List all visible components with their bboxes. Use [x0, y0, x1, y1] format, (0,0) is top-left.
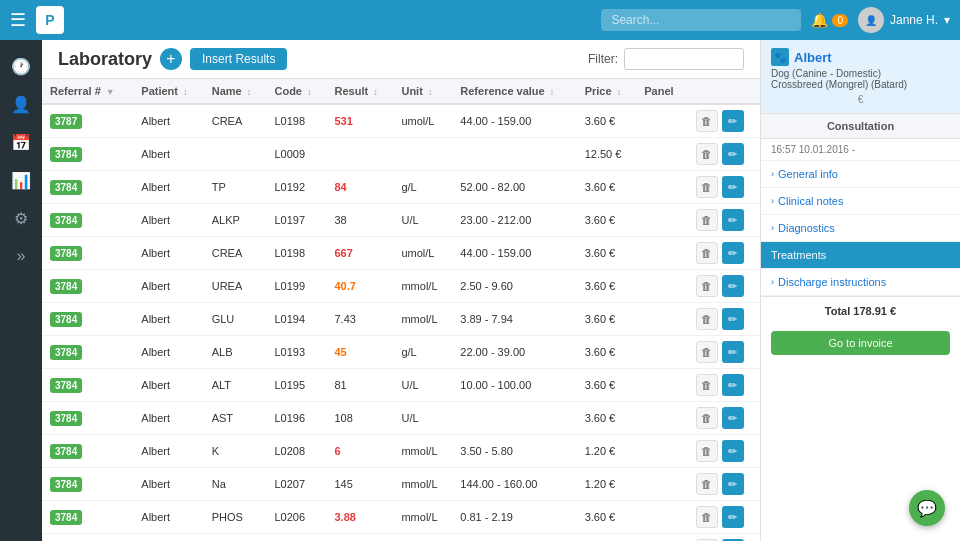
sidebar-item-more[interactable]: »	[5, 240, 37, 272]
col-unit: Unit ↕	[393, 79, 452, 104]
cell-actions: 🗑 ✏	[688, 468, 760, 501]
nav-general-info[interactable]: › General info	[761, 161, 960, 188]
consultation-time: 16:57 10.01.2016 -	[761, 139, 960, 161]
cell-name: CREA	[204, 104, 267, 138]
cell-patient: Albert	[133, 204, 203, 237]
cell-price: 3.60 €	[577, 237, 637, 270]
delete-button[interactable]: 🗑	[696, 143, 718, 165]
edit-button[interactable]: ✏	[722, 473, 744, 495]
edit-button[interactable]: ✏	[722, 506, 744, 528]
cell-actions: 🗑 ✏	[688, 336, 760, 369]
patient-header: 🐾 Albert Dog (Canine - Domestic) Crossbr…	[761, 40, 960, 114]
cell-patient: Albert	[133, 270, 203, 303]
sidebar-item-person[interactable]: 👤	[5, 88, 37, 120]
cell-price: 3.60 €	[577, 204, 637, 237]
sidebar-item-settings[interactable]: ⚙	[5, 202, 37, 234]
delete-button[interactable]: 🗑	[696, 308, 718, 330]
cell-ref: 3784	[42, 171, 133, 204]
cell-patient: Albert	[133, 303, 203, 336]
table-row: 3784 Albert ALT L0195 81 U/L 10.00 - 100…	[42, 369, 760, 402]
table-container: Referral # ▼ Patient ↕ Name ↕ Code ↕ Res…	[42, 79, 760, 541]
cell-name: ALB	[204, 336, 267, 369]
edit-button[interactable]: ✏	[722, 308, 744, 330]
cell-panel	[636, 171, 687, 204]
delete-button[interactable]: 🗑	[696, 209, 718, 231]
cell-panel	[636, 204, 687, 237]
cell-price: 3.60 €	[577, 270, 637, 303]
delete-button[interactable]: 🗑	[696, 374, 718, 396]
edit-button[interactable]: ✏	[722, 176, 744, 198]
cell-unit: mmol/L	[393, 501, 452, 534]
cell-ref: 3784	[42, 270, 133, 303]
nav-clinical-notes[interactable]: › Clinical notes	[761, 188, 960, 215]
search-input[interactable]	[601, 9, 801, 31]
cell-refvalue: 2.50 - 9.60	[452, 270, 576, 303]
cell-refvalue: 22.00 - 39.00	[452, 336, 576, 369]
table-row: 3784 Albert Cl L0209 104 mmol/L 109.00 -…	[42, 534, 760, 542]
cell-name: ALT	[204, 369, 267, 402]
cell-panel	[636, 336, 687, 369]
cell-refvalue: 10.00 - 100.00	[452, 369, 576, 402]
nav-treatments[interactable]: Treatments	[761, 242, 960, 269]
notification-bell[interactable]: 🔔 0	[811, 12, 848, 28]
cell-patient: Albert	[133, 468, 203, 501]
sidebar-item-calendar[interactable]: 📅	[5, 126, 37, 158]
cell-refvalue: 109.00 - 122.00	[452, 534, 576, 542]
cell-ref: 3787	[42, 104, 133, 138]
edit-button[interactable]: ✏	[722, 242, 744, 264]
cell-result: 40.7	[327, 270, 394, 303]
cell-ref: 3784	[42, 468, 133, 501]
edit-button[interactable]: ✏	[722, 374, 744, 396]
cell-unit: mmol/L	[393, 270, 452, 303]
col-referral: Referral # ▼	[42, 79, 133, 104]
col-name: Name ↕	[204, 79, 267, 104]
delete-button[interactable]: 🗑	[696, 110, 718, 132]
cell-result: 81	[327, 369, 394, 402]
filter-area: Filter:	[588, 48, 744, 70]
cell-result: 145	[327, 468, 394, 501]
cell-result: 531	[327, 104, 394, 138]
delete-button[interactable]: 🗑	[696, 341, 718, 363]
cell-code: L0197	[266, 204, 326, 237]
edit-button[interactable]: ✏	[722, 341, 744, 363]
edit-button[interactable]: ✏	[722, 209, 744, 231]
cell-ref: 3784	[42, 336, 133, 369]
sidebar-item-clock[interactable]: 🕐	[5, 50, 37, 82]
cell-panel	[636, 104, 687, 138]
edit-button[interactable]: ✏	[722, 143, 744, 165]
cell-code: L0208	[266, 435, 326, 468]
cell-price: 3.60 €	[577, 402, 637, 435]
cell-unit	[393, 138, 452, 171]
edit-button[interactable]: ✏	[722, 275, 744, 297]
cell-unit: umol/L	[393, 237, 452, 270]
user-name: Janne H.	[890, 13, 938, 27]
delete-button[interactable]: 🗑	[696, 407, 718, 429]
cell-panel	[636, 369, 687, 402]
nav-diagnostics[interactable]: › Diagnostics	[761, 215, 960, 242]
table-row: 3784 Albert ALB L0193 45 g/L 22.00 - 39.…	[42, 336, 760, 369]
col-code: Code ↕	[266, 79, 326, 104]
delete-button[interactable]: 🗑	[696, 242, 718, 264]
delete-button[interactable]: 🗑	[696, 275, 718, 297]
delete-button[interactable]: 🗑	[696, 440, 718, 462]
nav-treatments-label: Treatments	[771, 249, 826, 261]
delete-button[interactable]: 🗑	[696, 176, 718, 198]
cell-unit: g/L	[393, 171, 452, 204]
notification-count: 0	[832, 14, 848, 27]
filter-input[interactable]	[624, 48, 744, 70]
user-menu[interactable]: 👤 Janne H. ▾	[858, 7, 950, 33]
edit-button[interactable]: ✏	[722, 407, 744, 429]
cell-result: 45	[327, 336, 394, 369]
hamburger-icon[interactable]: ☰	[10, 9, 26, 31]
insert-results-button[interactable]: Insert Results	[190, 48, 287, 70]
delete-button[interactable]: 🗑	[696, 506, 718, 528]
edit-button[interactable]: ✏	[722, 110, 744, 132]
nav-discharge[interactable]: › Discharge instructions	[761, 269, 960, 296]
chat-button[interactable]: 💬	[909, 490, 945, 526]
edit-button[interactable]: ✏	[722, 440, 744, 462]
cell-patient: Albert	[133, 501, 203, 534]
add-button[interactable]: +	[160, 48, 182, 70]
delete-button[interactable]: 🗑	[696, 473, 718, 495]
sidebar-item-chart[interactable]: 📊	[5, 164, 37, 196]
invoice-button[interactable]: Go to invoice	[771, 331, 950, 355]
